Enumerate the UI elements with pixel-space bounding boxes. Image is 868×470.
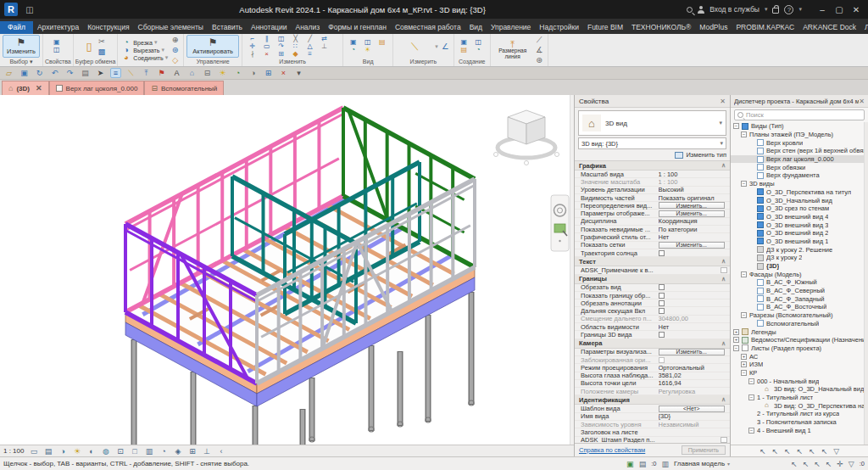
quick-dim-icon[interactable]: ⟋ [534,35,545,45]
close-button[interactable]: ✕ [848,2,865,17]
property-section-header[interactable]: Графика∧ [575,161,730,171]
delete-icon[interactable]: × [259,50,274,58]
browser-scrollbar[interactable] [864,122,868,445]
ribbon-group-label[interactable]: Выбор ▾ [0,58,42,66]
select-link-icon[interactable]: ↖ [771,447,778,456]
view-tab-2[interactable]: Верх лаг цоколя_0.000 [49,81,145,95]
ring-handle[interactable] [555,153,559,157]
tree-item[interactable]: −Фасады (Модель) [731,270,868,278]
property-value[interactable]: Высокий [659,186,730,193]
property-value[interactable]: {3D} [659,412,730,420]
constraints-icon[interactable]: ⊥ [202,447,211,456]
property-value[interactable]: 3581,02 [659,372,730,379]
browser-search-input[interactable]: Поиск [734,109,865,120]
apply-button[interactable]: Применить [682,445,726,455]
tree-item[interactable]: O_3D_Перспектива на титул [731,188,868,197]
ribbon-tab-future-bim[interactable]: Future BIM [583,21,627,34]
property-value[interactable]: Координация [659,217,730,225]
select-pinned-icon[interactable]: ↖ [826,460,832,468]
view-cube[interactable] [494,110,559,165]
tree-item[interactable]: −4 - Внешний вид 1 [731,426,868,434]
beam-handles-icon[interactable]: ⊕ [170,35,181,45]
property-checkbox[interactable] [659,332,665,338]
paint-icon[interactable]: ◆ [288,50,303,58]
match-type-icon[interactable]: ▩ [97,47,108,57]
property-value[interactable]: Независимый [659,421,730,428]
tree-item[interactable]: −Листы (Раздел проекта) [731,344,868,353]
ribbon-tab-управление[interactable]: Управление [487,21,535,34]
tree-item[interactable]: В_АС_Ф_Северный [731,287,868,295]
tree-item[interactable]: −3D виды [731,180,868,188]
property-value[interactable]: По категории [659,226,730,233]
tree-item[interactable]: −Виды (Тип) [731,122,868,131]
tree-item[interactable]: 3 - Пояснительная записка [731,418,868,427]
ring-handle[interactable] [525,161,529,165]
aligned-dim-icon[interactable]: ⤒ [141,68,152,78]
filter-icon[interactable]: ▽ [833,447,839,456]
help-icon[interactable]: ? [784,5,793,14]
collapse-icon[interactable]: − [741,271,747,277]
temporary-view-icon[interactable]: ◈ [173,447,182,456]
demolish-icon[interactable]: ◇ [170,55,181,65]
property-section-header[interactable]: Идентификация∧ [575,395,730,405]
dimension-button[interactable]: ⤒Размерная линия [493,42,532,59]
property-field[interactable] [721,437,727,443]
sync-icon[interactable]: ↻ [34,68,45,78]
tree-item[interactable]: {3D} [731,262,868,271]
pin-icon[interactable]: ⊥ [317,42,331,50]
paste-icon[interactable]: ▯ [84,42,95,52]
ribbon-tab-архитектура[interactable]: Архитектура [33,21,83,34]
view-selector-caret-icon[interactable]: ▾ [720,140,723,147]
view-scale-label[interactable]: 1 : 100 [3,447,24,455]
switch-windows-icon[interactable]: ⊞ [263,68,274,78]
tree-item[interactable]: Верх лаг цоколя_0.000 [731,155,868,164]
linework-icon[interactable]: ◔ [346,47,360,54]
property-edit-button[interactable]: Изменить... [659,349,725,355]
tree-item[interactable]: O_3D_Начальный вид [731,196,868,204]
section-collapse-icon[interactable]: ∧ [721,340,726,347]
close-hidden-icon[interactable]: × [278,68,289,78]
property-edit-button[interactable]: Изменить... [659,202,725,209]
geometry-button-3[interactable]: ◕Соединить▾ [120,54,168,62]
join-geometry-icon[interactable]: ◕ [120,53,131,63]
parts-icon[interactable]: ▤ [457,47,471,54]
tree-item[interactable]: Верх фундамента [731,171,868,180]
property-value[interactable]: Ортогональный [659,364,730,372]
unpin-icon[interactable]: ∤ [245,50,259,58]
tree-item[interactable]: Верх кровли [731,138,868,147]
property-edit-button[interactable]: Изменить... [659,242,725,249]
collapse-icon[interactable]: − [733,345,739,351]
property-checkbox[interactable] [659,293,665,299]
snap-icon[interactable]: ↖ [821,447,828,456]
ribbon-tab-конструкция[interactable]: Конструкция [83,21,133,34]
property-checkbox[interactable] [659,250,665,256]
ribbon-group-label[interactable]: Создание [454,58,490,66]
ribbon-tab-arkance-dock[interactable]: ARKANCE Dock [798,21,860,34]
reveal-icon[interactable]: ▤ [375,39,389,47]
collapse-icon[interactable]: − [748,428,754,434]
tree-item[interactable]: O_3D внешний вид 3 [731,221,868,229]
detail-level-icon[interactable]: ▤ [43,447,53,456]
ring-handle[interactable] [494,153,498,157]
sun-icon[interactable]: ☀ [217,68,228,78]
crop-view-icon[interactable]: ⊡ [115,447,125,456]
drag-on-selection-icon[interactable]: ✛ [837,460,843,468]
revit-app-icon[interactable]: R [4,3,18,16]
ribbon-group-label[interactable]: Вид [343,58,392,66]
activate-controls-button[interactable]: ⚑Активировать [186,35,239,58]
tree-item[interactable]: ⌂3D вид: O_3D_Начальный вид [731,385,868,394]
menu-caret-icon[interactable]: ▾ [154,39,158,46]
select-arrow-icon[interactable]: ↖ [760,447,766,456]
property-value[interactable]: 1616,94 [659,379,730,387]
ribbon-group-label[interactable]: Управление [184,58,242,66]
property-checkbox[interactable] [659,284,665,290]
tree-item[interactable]: В_АС_Ф_Восточный [731,303,868,311]
worksets-icon[interactable]: ▤ [639,460,647,468]
type-properties-icon[interactable]: ◫ [49,47,64,54]
collapse-icon[interactable]: − [748,394,754,400]
select-element-icon[interactable]: ↖ [797,447,804,456]
cursor-button[interactable]: ⚑Изменить [3,35,40,58]
sun-path-icon[interactable]: ☀ [72,447,81,456]
ribbon-tab-file[interactable]: Файл [0,21,33,34]
section-collapse-icon[interactable]: ∧ [721,162,726,169]
